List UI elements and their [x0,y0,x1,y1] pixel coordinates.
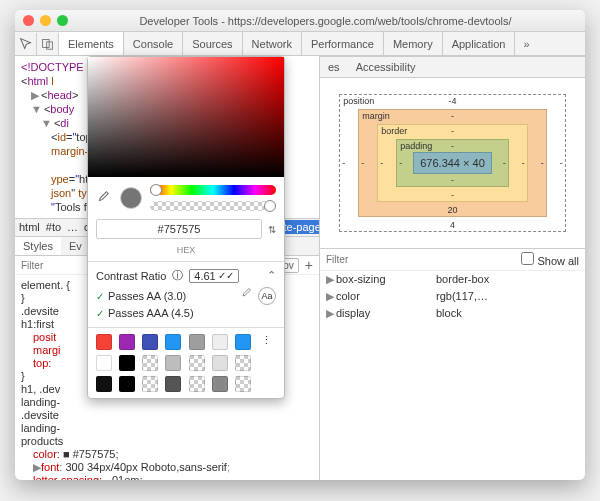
minimize-button[interactable] [40,15,51,26]
swatch[interactable] [142,376,158,392]
tab-styles[interactable]: Styles [15,237,61,255]
contrast-title: Contrast Ratio [96,270,166,282]
swatch[interactable] [235,355,251,371]
swatch[interactable] [119,376,135,392]
window-title: Developer Tools - https://developers.goo… [74,15,577,27]
tab-application[interactable]: Application [443,32,516,55]
device-mode-icon[interactable] [37,33,59,55]
swatch[interactable] [119,355,135,371]
inspect-icon[interactable] [15,33,37,55]
pass-aa: ✓ Passes AA (3.0) Aa [96,287,276,305]
close-button[interactable] [23,15,34,26]
tab-sources[interactable]: Sources [183,32,242,55]
swatch[interactable] [212,334,228,350]
swatch[interactable] [142,334,158,350]
contrast-section: Contrast Ratio ⓘ 4.61 ✓✓ ⌃ ✓ Passes AA (… [88,261,284,327]
tab-accessibility[interactable]: Accessibility [348,57,424,77]
saturation-value-field[interactable] [88,57,284,177]
computed-filter-input[interactable] [326,254,515,265]
swatch[interactable] [165,355,181,371]
swatch[interactable] [96,334,112,350]
tab-console[interactable]: Console [124,32,183,55]
hex-input[interactable] [96,219,262,239]
format-toggle-icon[interactable]: ⇅ [268,224,276,235]
left-pane: <!DOCTYPE <html l ▶<head> ▼<body ▼<di <i… [15,56,320,480]
swatch[interactable] [235,334,251,350]
content-size: 676.344 × 40 [413,152,492,174]
show-all-checkbox[interactable]: Show all [521,252,579,267]
swatch[interactable] [119,334,135,350]
devtools-window: Developer Tools - https://developers.goo… [15,10,585,480]
swatch[interactable] [189,376,205,392]
tab-network[interactable]: Network [243,32,302,55]
tab-memory[interactable]: Memory [384,32,443,55]
swatch[interactable] [189,334,205,350]
tab-elements[interactable]: Elements [59,32,124,55]
computed-list[interactable]: ▶box-sizingborder-box ▶colorrgb(117,… ▶d… [320,271,585,322]
new-rule-button[interactable]: + [305,257,313,273]
swatch[interactable] [96,376,112,392]
eyedropper-icon[interactable] [96,190,112,206]
tab-properties[interactable]: es [320,57,348,77]
main-toolbar: Elements Console Sources Network Perform… [15,32,585,56]
computed-pane: Show all ▶box-sizingborder-box ▶colorrgb… [320,248,585,322]
right-sub-tabs: es Accessibility [320,56,585,78]
swatch[interactable] [212,376,228,392]
color-palette: ⋮ [88,327,284,398]
main-area: <!DOCTYPE <html l ▶<head> ▼<body ▼<di <i… [15,56,585,480]
swatch[interactable] [189,355,205,371]
color-picker: ⇅ HEX Contrast Ratio ⓘ 4.61 ✓✓ ⌃ ✓ Passe… [87,56,285,399]
collapse-icon[interactable]: ⌃ [267,269,276,282]
swatch[interactable] [165,376,181,392]
hex-label: HEX [88,245,284,261]
svg-rect-0 [43,39,50,47]
box-model[interactable]: position -4 4 - - margin - 20 - - bord [320,78,585,248]
traffic-lights [23,15,68,26]
alpha-slider[interactable] [150,201,276,211]
contrast-value: 4.61 ✓✓ [189,269,238,283]
tab-event-listeners[interactable]: Ev [61,237,90,255]
tab-performance[interactable]: Performance [302,32,384,55]
hue-slider[interactable] [150,185,276,195]
text-sample-icon: Aa [258,287,276,305]
palette-menu-icon[interactable]: ⋮ [258,334,276,350]
panel-tabs: Elements Console Sources Network Perform… [59,32,515,55]
color-preview [120,187,142,209]
info-icon[interactable]: ⓘ [172,268,183,283]
zoom-button[interactable] [57,15,68,26]
titlebar[interactable]: Developer Tools - https://developers.goo… [15,10,585,32]
more-tabs-icon[interactable]: » [515,38,537,50]
swatch[interactable] [165,334,181,350]
pass-aaa: ✓ Passes AAA (4.5) [96,307,276,319]
swatch[interactable] [212,355,228,371]
swatch[interactable] [96,355,112,371]
eyedropper-bg-icon[interactable] [240,287,252,305]
swatch[interactable] [235,376,251,392]
swatch[interactable] [142,355,158,371]
right-pane: es Accessibility position -4 4 - - margi… [320,56,585,480]
